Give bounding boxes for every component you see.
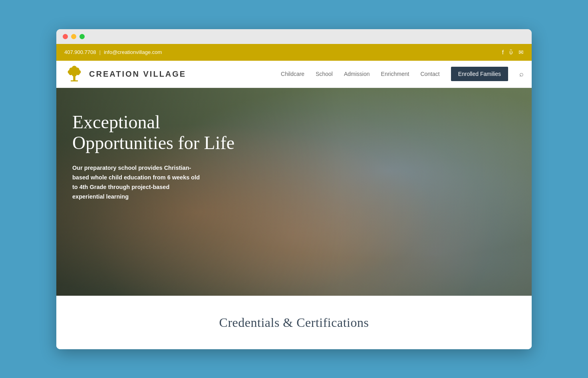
svg-rect-11 xyxy=(73,76,75,81)
nav-enrichment[interactable]: Enrichment xyxy=(381,71,409,77)
search-icon[interactable]: ⌕ xyxy=(519,70,524,78)
enrolled-families-button[interactable]: Enrolled Families xyxy=(451,67,508,81)
divider: | xyxy=(99,49,101,55)
website-content: 407.900.7708 | info@creationvillage.com … xyxy=(56,44,532,349)
phone-number: 407.900.7708 xyxy=(64,49,96,55)
logo-area: .t{fill:#c9a800;} xyxy=(64,64,186,84)
hero-title-line2: Opportunities for Life xyxy=(72,133,234,153)
credentials-title: Credentials & Certifications xyxy=(64,315,524,330)
email-icon[interactable]: ✉ xyxy=(518,49,524,56)
nav-bar: .t{fill:#c9a800;} xyxy=(56,61,532,88)
hero-section: Exceptional Opportunities for Life Our p… xyxy=(56,88,532,296)
nav-admission[interactable]: Admission xyxy=(344,71,370,77)
nav-school[interactable]: School xyxy=(316,71,333,77)
nav-childcare[interactable]: Childcare xyxy=(281,71,304,77)
vimeo-icon[interactable]: ῦ xyxy=(509,49,513,56)
top-bar: 407.900.7708 | info@creationvillage.com … xyxy=(56,44,532,61)
credentials-section: Credentials & Certifications xyxy=(56,296,532,349)
browser-window: 407.900.7708 | info@creationvillage.com … xyxy=(56,29,532,349)
hero-title-line1: Exceptional xyxy=(72,112,160,132)
minimize-dot[interactable] xyxy=(71,34,76,39)
hero-content: Exceptional Opportunities for Life Our p… xyxy=(56,88,288,226)
logo-text: CREATION VILLAGE xyxy=(89,70,186,79)
browser-chrome xyxy=(56,29,532,44)
hero-title: Exceptional Opportunities for Life xyxy=(72,112,272,154)
email-address: info@creationvillage.com xyxy=(104,49,162,55)
nav-links: Childcare School Admission Enrichment Co… xyxy=(281,67,524,81)
hero-description: Our preparatory school provides Christia… xyxy=(72,163,200,202)
svg-point-10 xyxy=(72,72,77,77)
maximize-dot[interactable] xyxy=(79,34,85,39)
facebook-icon[interactable]: f xyxy=(502,49,504,56)
svg-rect-12 xyxy=(71,80,78,82)
top-bar-social: f ῦ ✉ xyxy=(502,49,524,56)
nav-contact[interactable]: Contact xyxy=(420,71,439,77)
logo-tree-icon: .t{fill:#c9a800;} xyxy=(64,64,84,84)
close-dot[interactable] xyxy=(63,34,68,39)
top-bar-contact: 407.900.7708 | info@creationvillage.com xyxy=(64,49,162,55)
